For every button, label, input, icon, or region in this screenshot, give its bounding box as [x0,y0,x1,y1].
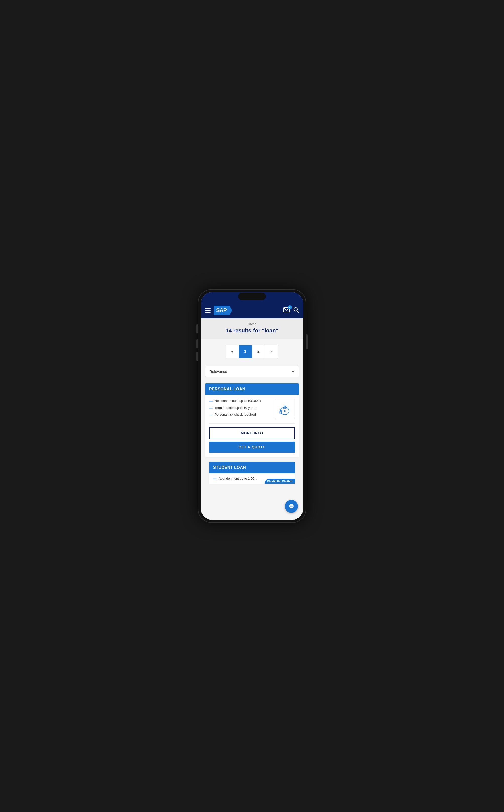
svg-text:€: € [284,409,286,413]
personal-loan-icon-box: € [275,399,295,419]
pagination-page-1[interactable]: 1 [239,345,252,358]
chatbot-label: Charlie the Chatbot [265,479,295,484]
menu-icon[interactable] [205,308,211,313]
dynamic-island [238,293,266,300]
cards-section: PERSONAL LOAN — Net loan amount up to 10… [201,381,303,488]
sort-dropdown[interactable]: Relevance [205,365,299,377]
feature-item: — Personal risk check required [209,413,272,417]
mail-button[interactable]: 4 [283,307,290,313]
personal-loan-features: — Net loan amount up to 100.000$ — Term … [209,399,272,419]
student-loan-header: STUDENT LOAN [209,462,295,474]
phone-screen: SAP 4 [201,292,303,520]
feature-text: Net loan amount up to 100.000$ [215,399,261,403]
feature-text: Personal risk check required [215,413,256,416]
chatbot-button[interactable] [285,500,298,513]
nav-right: 4 [283,307,299,314]
more-info-button[interactable]: MORE INFO [209,427,295,439]
feature-dash: — [209,413,213,417]
breadcrumb: Home [205,322,299,326]
student-loan-body: — Abandonment up to 1.00... Charlie the … [209,474,295,484]
personal-loan-header: PERSONAL LOAN [205,383,299,395]
pagination: « 1 2 » [226,345,278,358]
svg-point-9 [290,506,291,507]
feature-item: — Term duration up to 10 years [209,406,272,410]
personal-loan-title: PERSONAL LOAN [209,387,295,391]
mail-badge: 4 [288,305,292,309]
feature-item: — Net loan amount up to 100.000$ [209,399,272,403]
sort-section: Relevance [201,362,303,381]
student-loan-card: STUDENT LOAN — Abandonment up to 1.00...… [209,462,295,484]
feature-text: Abandonment up to 1.00... [219,477,257,481]
sap-logo: SAP [214,306,232,315]
pagination-page-2[interactable]: 2 [252,345,265,358]
student-loan-title: STUDENT LOAN [213,465,291,470]
feature-dash: — [209,399,213,403]
svg-line-2 [297,311,299,312]
sort-label: Relevance [209,369,227,373]
pagination-section: « 1 2 » [201,339,303,362]
pagination-next[interactable]: » [265,345,278,358]
nav-left: SAP [205,306,232,315]
phone-frame: SAP 4 [198,289,306,523]
personal-loan-actions: MORE INFO GET A QUOTE [205,424,299,457]
search-icon[interactable] [293,307,299,314]
feature-dash: — [213,477,217,481]
chevron-down-icon [292,370,295,372]
breadcrumb-section: Home 14 results for "loan" [201,318,303,339]
money-bag-icon: € [278,402,292,416]
get-quote-button[interactable]: GET A QUOTE [209,442,295,453]
personal-loan-card: PERSONAL LOAN — Net loan amount up to 10… [205,383,299,457]
page-content: Home 14 results for "loan" « 1 2 » Relev… [201,318,303,520]
feature-text: Term duration up to 10 years [215,406,256,410]
personal-loan-body: — Net loan amount up to 100.000$ — Term … [205,395,299,424]
chat-icon [288,503,295,510]
page-title: 14 results for "loan" [205,327,299,334]
feature-dash: — [209,406,213,410]
svg-point-11 [292,506,293,507]
svg-point-10 [291,506,292,507]
pagination-prev[interactable]: « [226,345,239,358]
